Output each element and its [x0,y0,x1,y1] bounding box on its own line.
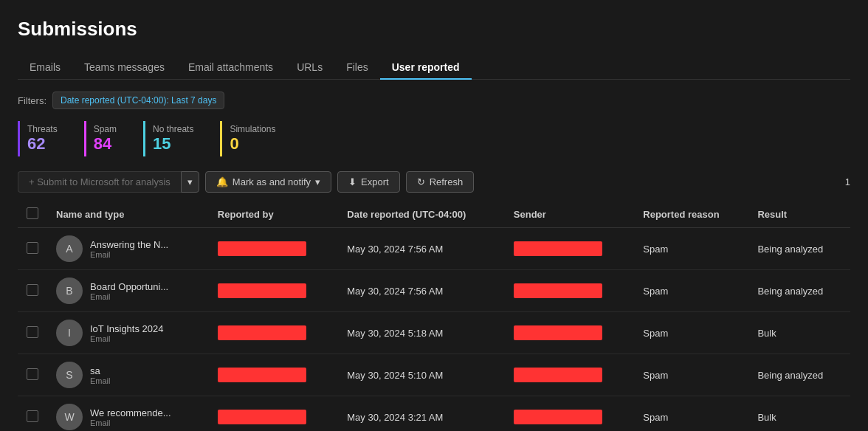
table-row[interactable]: S sa Email May 30, 2024 5:10 AM SpamBein… [18,354,850,396]
col-reported-by: Reported by [209,201,338,228]
reported-reason-cell: Spam [634,312,748,354]
row-checkbox[interactable] [27,284,38,296]
name-info: Board Opportuni... Email [90,281,168,301]
avatar: B [56,277,83,304]
stat-spam-label: Spam [94,124,117,134]
row-checkbox[interactable] [27,410,38,422]
sender-redacted [514,410,602,424]
sender-redacted [514,368,602,382]
row-name: IoT Insights 2024 [90,323,164,334]
row-name: sa [90,365,111,376]
row-checkbox[interactable] [27,242,38,254]
col-name: Name and type [47,201,209,228]
reported-reason-cell: Spam [634,396,748,432]
row-name: Board Opportuni... [90,281,168,292]
mark-as-label: Mark as and notify [232,176,311,187]
stat-threats: Threats 62 [18,121,72,156]
select-all-checkbox[interactable] [27,207,38,219]
col-sender: Sender [505,201,634,228]
date-reported-cell: May 30, 2024 5:18 AM [338,312,505,354]
reported-by-cell [209,354,338,396]
avatar: S [56,362,83,388]
stat-no-threats-label: No threats [153,124,193,134]
submit-chevron-button[interactable]: ▾ [181,171,199,193]
sender-cell [505,354,634,396]
row-type: Email [90,334,164,343]
tab-user-reported[interactable]: User reported [380,55,472,79]
date-reported-cell: May 30, 2024 5:10 AM [338,354,505,396]
table-row[interactable]: I IoT Insights 2024 Email May 30, 2024 5… [18,312,850,354]
tab-files[interactable]: Files [334,55,380,79]
stat-spam: Spam 84 [84,121,131,156]
result-cell: Being analyzed [748,228,850,270]
row-type: Email [90,292,168,301]
stat-simulations: Simulations 0 [220,121,290,156]
mark-as-chevron-icon: ▾ [315,176,320,187]
reported-reason-cell: Spam [634,228,748,270]
row-type: Email [90,250,168,259]
name-info: IoT Insights 2024 Email [90,323,164,343]
select-all-col[interactable] [18,201,47,228]
reported-by-redacted [218,368,306,382]
filter-value: Last 7 days [171,95,216,106]
col-result: Result [748,201,850,228]
name-info: sa Email [90,365,111,385]
tab-urls[interactable]: URLs [285,55,334,79]
reported-by-redacted [218,325,306,340]
submit-button-group[interactable]: + Submit to Microsoft for analysis ▾ [18,171,199,193]
name-cell: S sa Email [56,362,200,388]
result-cell: Bulk [748,396,850,432]
table-row[interactable]: B Board Opportuni... Email May 30, 2024 … [18,270,850,312]
tab-bar: Emails Teams messages Email attachments … [18,55,850,80]
stats-row: Threats 62 Spam 84 No threats 15 Simulat… [18,121,850,156]
mark-as-icon: 🔔 [216,176,228,187]
submissions-table: Name and type Reported by Date reported … [18,201,850,431]
date-reported-cell: May 30, 2024 3:21 AM [338,396,505,432]
row-checkbox[interactable] [27,368,38,380]
export-button[interactable]: ⬇ Export [337,171,400,193]
name-cell: W We recommende... Email [56,404,200,430]
row-checkbox[interactable] [27,326,38,338]
sender-redacted [514,241,602,256]
filter-badge[interactable]: Date reported (UTC-04:00): Last 7 days [52,92,224,109]
table-row[interactable]: W We recommende... Email May 30, 2024 3:… [18,396,850,432]
sender-cell [505,228,634,270]
reported-reason-cell: Spam [634,270,748,312]
date-reported-cell: May 30, 2024 7:56 AM [338,228,505,270]
result-cell: Being analyzed [748,270,850,312]
stat-simulations-label: Simulations [230,124,275,134]
reported-by-redacted [218,241,306,256]
table-row[interactable]: A Answering the N... Email May 30, 2024 … [18,228,850,270]
stat-no-threats-value: 15 [153,134,193,154]
reported-by-redacted [218,283,306,298]
filter-key: Date reported (UTC-04:00): [61,95,169,106]
refresh-button[interactable]: ↻ Refresh [406,171,475,193]
col-date-reported: Date reported (UTC-04:00) [338,201,505,228]
row-type: Email [90,418,171,427]
stat-simulations-value: 0 [230,134,275,154]
avatar: I [56,320,83,346]
filters-label: Filters: [18,95,46,106]
export-icon: ⬇ [348,176,356,187]
refresh-icon: ↻ [417,176,425,187]
tab-emails[interactable]: Emails [18,55,72,79]
row-type: Email [90,376,111,385]
export-label: Export [361,176,389,187]
submit-button[interactable]: + Submit to Microsoft for analysis [18,171,181,193]
reported-reason-cell: Spam [634,354,748,396]
refresh-label: Refresh [430,176,464,187]
mark-as-notify-button[interactable]: 🔔 Mark as and notify ▾ [205,171,331,193]
result-cell: Being analyzed [748,354,850,396]
name-cell: I IoT Insights 2024 Email [56,320,200,346]
avatar: W [56,404,83,430]
reported-by-redacted [218,410,306,424]
stat-threats-value: 62 [27,134,58,154]
row-name: Answering the N... [90,239,168,250]
date-reported-cell: May 30, 2024 7:56 AM [338,270,505,312]
tab-teams-messages[interactable]: Teams messages [72,55,176,79]
avatar: A [56,235,83,262]
name-cell: B Board Opportuni... Email [56,277,200,304]
reported-by-cell [209,312,338,354]
name-cell: A Answering the N... Email [56,235,200,262]
tab-email-attachments[interactable]: Email attachments [176,55,285,79]
